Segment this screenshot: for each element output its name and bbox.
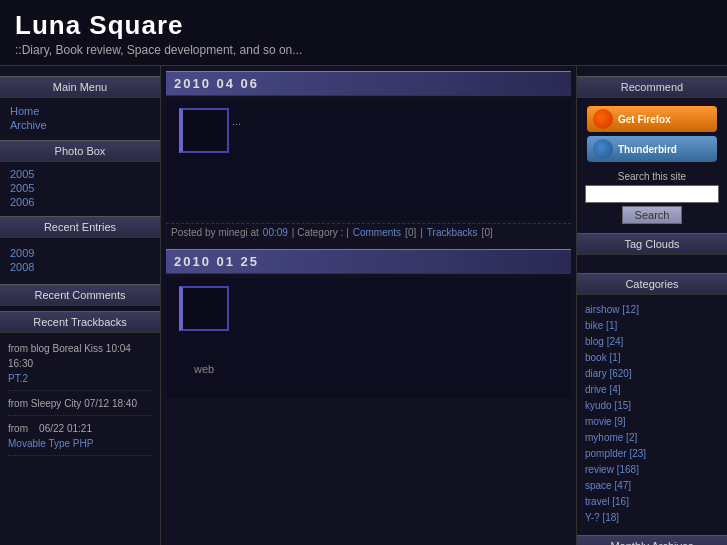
main-menu-links: Home Archive <box>0 101 160 135</box>
tag-clouds-title: Tag Clouds <box>577 233 727 255</box>
photo-2005a-link[interactable]: 2005 <box>10 167 150 181</box>
cat-y[interactable]: Y-? [18] <box>585 510 719 526</box>
archive-link[interactable]: Archive <box>10 118 150 132</box>
cat-airshow[interactable]: airshow [12] <box>585 302 719 318</box>
cat-book[interactable]: book [1] <box>585 350 719 366</box>
categories-title: Categories <box>577 273 727 295</box>
site-title: Luna Square <box>15 10 712 41</box>
post-2-thumbnail <box>179 286 229 331</box>
search-input[interactable] <box>585 185 719 203</box>
post-1-comments-link[interactable]: Comments <box>353 227 401 238</box>
post-1-time-link[interactable]: 00:09 <box>263 227 288 238</box>
firefox-label: Get Firefox <box>618 114 671 125</box>
photo-box-links: 2005 2005 2006 <box>0 165 160 211</box>
firefox-button[interactable]: Get Firefox <box>587 106 717 132</box>
cat-blog[interactable]: blog [24] <box>585 334 719 350</box>
site-subtitle: ::Diary, Book review, Space development,… <box>15 43 712 57</box>
trackback-item: from blog Boreal Kiss 10:04 16:30 PT.2 <box>8 341 152 391</box>
post-2-date: 2010 01 25 <box>174 254 259 269</box>
trackback-link-1[interactable]: PT.2 <box>8 373 28 384</box>
firefox-icon <box>593 109 613 129</box>
left-sidebar: Main Menu Home Archive Photo Box 2005 20… <box>0 66 160 545</box>
recommend-block: Get Firefox Thunderbird <box>577 101 727 167</box>
entry-2009-link[interactable]: 2009 <box>10 246 150 260</box>
trackback-text: from blog Boreal Kiss 10:04 16:30 <box>8 343 131 369</box>
trackback-text-2: from Sleepy City 07/12 18:40 <box>8 398 137 409</box>
post-1-comments-count: [0] <box>405 227 416 238</box>
cat-movie[interactable]: movie [9] <box>585 414 719 430</box>
cat-pomplder[interactable]: pomplder [23] <box>585 446 719 462</box>
trackback-item: from 06/22 01:21 Movable Type PHP <box>8 421 152 456</box>
search-button[interactable]: Search <box>622 206 682 224</box>
post-1-sep: | <box>420 227 423 238</box>
categories-block: airshow [12] bike [1] blog [24] book [1]… <box>577 298 727 530</box>
recent-comments-title: Recent Comments <box>0 284 160 306</box>
post-1-date: 2010 04 06 <box>174 76 259 91</box>
cat-review[interactable]: review [168] <box>585 462 719 478</box>
cat-bike[interactable]: bike [1] <box>585 318 719 334</box>
post-1-header: 2010 04 06 <box>166 71 571 96</box>
entry-2008-link[interactable]: 2008 <box>10 260 150 274</box>
search-block: Search this site Search <box>577 167 727 228</box>
site-header: Luna Square ::Diary, Book review, Space … <box>0 0 727 66</box>
post-2-header: 2010 01 25 <box>166 249 571 274</box>
trackback-text-3: from 06/22 01:21 <box>8 423 92 434</box>
main-menu-title: Main Menu <box>0 76 160 98</box>
post-1-footer: Posted by minegi at 00:09 | Category : |… <box>166 223 571 241</box>
trackbacks-list: from blog Boreal Kiss 10:04 16:30 PT.2 f… <box>0 336 160 466</box>
monthly-archives-title: Monthly Archives <box>577 535 727 545</box>
post-1-category: | Category : | <box>292 227 349 238</box>
post-1-trackbacks-link[interactable]: Trackbacks <box>427 227 478 238</box>
recommend-title: Recommend <box>577 76 727 98</box>
photo-box-title: Photo Box <box>0 140 160 162</box>
photo-2005b-link[interactable]: 2005 <box>10 181 150 195</box>
post-1-trackbacks-count: [0] <box>482 227 493 238</box>
cat-drive[interactable]: drive [4] <box>585 382 719 398</box>
main-content: 2010 04 06 ... Posted by minegi at 00:09… <box>160 66 577 545</box>
post-2-body: web <box>166 278 571 398</box>
cat-travel[interactable]: travel [16] <box>585 494 719 510</box>
trackback-item: from Sleepy City 07/12 18:40 <box>8 396 152 416</box>
recent-trackbacks-title: Recent Trackbacks <box>0 311 160 333</box>
thunderbird-button[interactable]: Thunderbird <box>587 136 717 162</box>
home-link[interactable]: Home <box>10 104 150 118</box>
recent-entries-links: 2009 2008 <box>0 241 160 279</box>
recent-entries-title: Recent Entries <box>0 216 160 238</box>
trackback-link-3[interactable]: Movable Type PHP <box>8 438 93 449</box>
post-1-thumbnail <box>179 108 229 153</box>
photo-2006-link[interactable]: 2006 <box>10 195 150 209</box>
tag-clouds-content <box>577 258 727 268</box>
cat-diary[interactable]: diary [620] <box>585 366 719 382</box>
post-1: 2010 04 06 ... Posted by minegi at 00:09… <box>166 71 571 241</box>
post-1-body: ... <box>166 100 571 220</box>
right-sidebar: Recommend Get Firefox Thunderbird Search… <box>577 66 727 545</box>
thunderbird-label: Thunderbird <box>618 144 677 155</box>
post-1-author: Posted by minegi at <box>171 227 259 238</box>
post-1-text: ... <box>174 105 563 137</box>
thunderbird-icon <box>593 139 613 159</box>
cat-space[interactable]: space [47] <box>585 478 719 494</box>
post-2: 2010 01 25 web <box>166 249 571 398</box>
post-2-text: web <box>174 283 563 385</box>
cat-kyudo[interactable]: kyudo [15] <box>585 398 719 414</box>
cat-myhome[interactable]: myhome [2] <box>585 430 719 446</box>
search-site-label: Search this site <box>585 171 719 182</box>
